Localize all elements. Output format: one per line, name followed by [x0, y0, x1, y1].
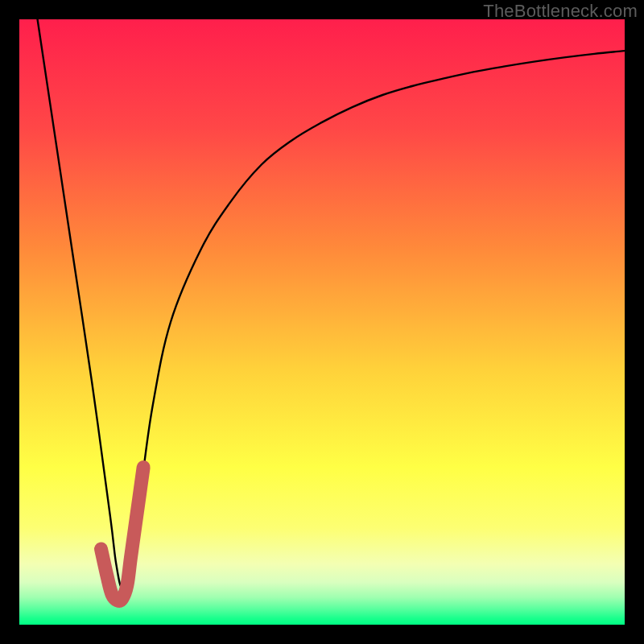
gradient-background [19, 19, 625, 625]
plot-area [19, 19, 625, 625]
watermark-text: TheBottleneck.com [483, 1, 638, 22]
chart-frame: TheBottleneck.com [0, 0, 644, 644]
gradient-rect [19, 19, 625, 625]
